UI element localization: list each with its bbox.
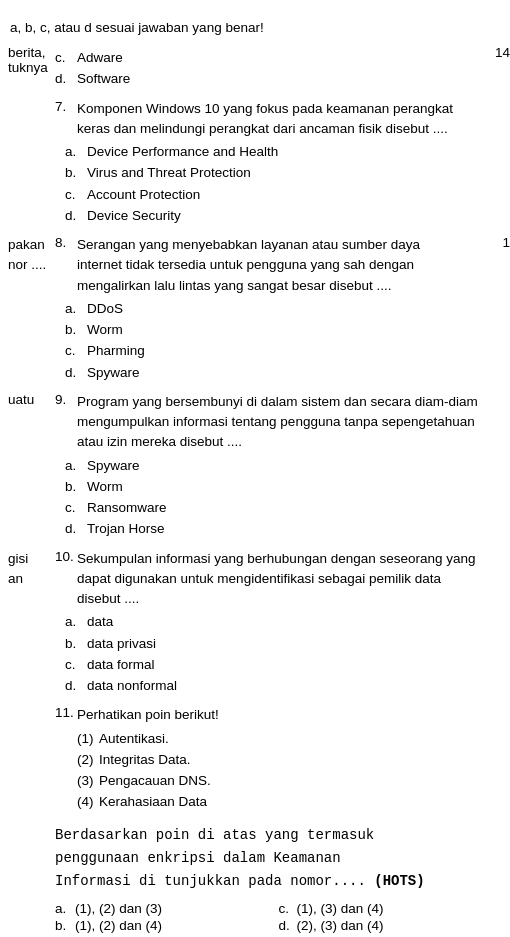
q7-option-a: a. Device Performance and Health xyxy=(65,142,480,162)
q9-options: a. Spyware b. Worm c. Ransomware d. Troj… xyxy=(55,456,480,540)
q10-opt-c-text: data formal xyxy=(87,655,155,675)
q11-sub-1-num: (1) xyxy=(77,729,99,749)
pre-q7-block: berita,tuknya c. Adware d. Software 14 xyxy=(0,41,510,95)
hots-text: Berdasarkan poin di atas yang termasuk p… xyxy=(55,824,500,893)
q8-option-c: c. Pharming xyxy=(65,341,468,361)
q10-opt-d-text: data nonformal xyxy=(87,676,177,696)
q11-sub-2-text: Integritas Data. xyxy=(99,750,191,770)
page-num-1: 1 xyxy=(498,235,510,250)
side-label-uatu: uatu xyxy=(0,392,55,541)
question-7-content: 7. Komponen Windows 10 yang fokus pada k… xyxy=(55,99,510,228)
q10-opt-b-letter: b. xyxy=(65,634,87,654)
q11-final-opt-a-letter: a. xyxy=(55,901,75,916)
q11-sub-4: (4) Kerahasiaan Data xyxy=(77,792,480,812)
q10-opt-c-letter: c. xyxy=(65,655,87,675)
q9-option-a: a. Spyware xyxy=(65,456,480,476)
q11-final-opt-b-letter: b. xyxy=(55,918,75,933)
question-8-block: pakannor .... 8. Serangan yang menyebabk… xyxy=(0,231,510,388)
side-label-q11 xyxy=(0,705,55,813)
question-9-content: 9. Program yang bersembunyi di dalam sis… xyxy=(55,392,510,541)
q8-opt-c-text: Pharming xyxy=(87,341,145,361)
q10-opt-d-letter: d. xyxy=(65,676,87,696)
q11-sub-3-num: (3) xyxy=(77,771,99,791)
q8-opt-c-letter: c. xyxy=(65,341,87,361)
page-num-14: 14 xyxy=(491,45,510,91)
q10-opt-a-text: data xyxy=(87,612,113,632)
q9-opt-c-text: Ransomware xyxy=(87,498,167,518)
q11-final-opt-c-text: (1), (3) dan (4) xyxy=(297,901,501,916)
question-8-content: 8. Serangan yang menyebabkan layanan ata… xyxy=(55,235,498,384)
q11-sub-3-text: Pengacauan DNS. xyxy=(99,771,211,791)
question-10-block: gisian 10. Sekumpulan informasi yang ber… xyxy=(0,545,510,702)
q9-number-row: 9. Program yang bersembunyi di dalam sis… xyxy=(55,392,480,453)
q11-number-row: 11. Perhatikan poin berikut! xyxy=(55,705,480,725)
q8-opt-d-letter: d. xyxy=(65,363,87,383)
q7-option-c: c. Account Protection xyxy=(65,185,480,205)
question-11-block: 11. Perhatikan poin berikut! (1) Autenti… xyxy=(0,701,510,817)
q11-subitems: (1) Autentikasi. (2) Integritas Data. (3… xyxy=(55,729,480,813)
q8-opt-a-letter: a. xyxy=(65,299,87,319)
page: a, b, c, atau d sesuai jawaban yang bena… xyxy=(0,10,510,937)
q10-option-b: b. data privasi xyxy=(65,634,480,654)
q9-text: Program yang bersembunyi di dalam sistem… xyxy=(77,392,480,453)
option-row-c-adware: c. Adware xyxy=(55,48,461,68)
q7-option-b: b. Virus and Threat Protection xyxy=(65,163,480,183)
q7-opt-a-text: Device Performance and Health xyxy=(87,142,278,162)
q8-opt-b-text: Worm xyxy=(87,320,123,340)
q8-number-row: 8. Serangan yang menyebabkan layanan ata… xyxy=(55,235,468,296)
q11-sub-1-text: Autentikasi. xyxy=(99,729,169,749)
q11-sub-3: (3) Pengacauan DNS. xyxy=(77,771,480,791)
q10-number: 10. xyxy=(55,549,77,610)
q10-option-d: d. data nonformal xyxy=(65,676,480,696)
q9-option-b: b. Worm xyxy=(65,477,480,497)
opt-text-adware: Adware xyxy=(77,48,123,68)
q8-text: Serangan yang menyebabkan layanan atau s… xyxy=(77,235,468,296)
q11-sub-4-num: (4) xyxy=(77,792,99,812)
q7-number: 7. xyxy=(55,99,77,140)
q11-final-opt-b-text: (1), (2) dan (4) xyxy=(75,918,279,933)
opt-letter-c: c. xyxy=(55,48,77,68)
q7-option-d: d. Device Security xyxy=(65,206,480,226)
question-9-block: uatu 9. Program yang bersembunyi di dala… xyxy=(0,388,510,545)
q9-option-d: d. Trojan Horse xyxy=(65,519,480,539)
q7-opt-b-letter: b. xyxy=(65,163,87,183)
q10-option-c: c. data formal xyxy=(65,655,480,675)
q11-final-opt-d-text: (2), (3) dan (4) xyxy=(297,918,501,933)
q10-opt-b-text: data privasi xyxy=(87,634,156,654)
q11-number: 11. xyxy=(55,705,77,725)
q11-final-row-2: b. (1), (2) dan (4) d. (2), (3) dan (4) xyxy=(55,918,500,933)
q11-final-options: a. (1), (2) dan (3) c. (1), (3) dan (4) … xyxy=(0,897,510,937)
q10-options: a. data b. data privasi c. data formal d… xyxy=(55,612,480,696)
q8-opt-b-letter: b. xyxy=(65,320,87,340)
side-label-pakan: pakannor .... xyxy=(0,235,55,384)
hots-block: Berdasarkan poin di atas yang termasuk p… xyxy=(0,818,510,897)
hots-label: (HOTS) xyxy=(374,873,424,889)
q11-text: Perhatikan poin berikut! xyxy=(77,705,219,725)
q9-option-c: c. Ransomware xyxy=(65,498,480,518)
side-label-q7 xyxy=(0,99,55,228)
q8-option-b: b. Worm xyxy=(65,320,468,340)
q7-opt-a-letter: a. xyxy=(65,142,87,162)
q11-sub-4-text: Kerahasiaan Data xyxy=(99,792,207,812)
opt-letter-d: d. xyxy=(55,69,77,89)
q10-opt-a-letter: a. xyxy=(65,612,87,632)
q7-opt-b-text: Virus and Threat Protection xyxy=(87,163,251,183)
q7-opt-c-text: Account Protection xyxy=(87,185,200,205)
pre-q7-options: c. Adware d. Software xyxy=(55,45,491,91)
q9-opt-c-letter: c. xyxy=(65,498,87,518)
side-label-gisi: gisian xyxy=(0,549,55,698)
q7-number-row: 7. Komponen Windows 10 yang fokus pada k… xyxy=(55,99,480,140)
q8-opt-a-text: DDoS xyxy=(87,299,123,319)
q7-opt-c-letter: c. xyxy=(65,185,87,205)
q11-final-row-1-cols: (1), (2) dan (3) c. (1), (3) dan (4) xyxy=(75,901,500,916)
side-label-berita: berita,tuknya xyxy=(0,45,55,91)
q9-opt-d-letter: d. xyxy=(65,519,87,539)
q11-sub-2: (2) Integritas Data. xyxy=(77,750,480,770)
q10-text: Sekumpulan informasi yang berhubungan de… xyxy=(77,549,480,610)
q7-options: a. Device Performance and Health b. Viru… xyxy=(55,142,480,226)
q8-options: a. DDoS b. Worm c. Pharming d. Spyware xyxy=(55,299,468,383)
q11-sub-2-num: (2) xyxy=(77,750,99,770)
q10-number-row: 10. Sekumpulan informasi yang berhubunga… xyxy=(55,549,480,610)
q9-opt-a-letter: a. xyxy=(65,456,87,476)
q9-number: 9. xyxy=(55,392,77,453)
